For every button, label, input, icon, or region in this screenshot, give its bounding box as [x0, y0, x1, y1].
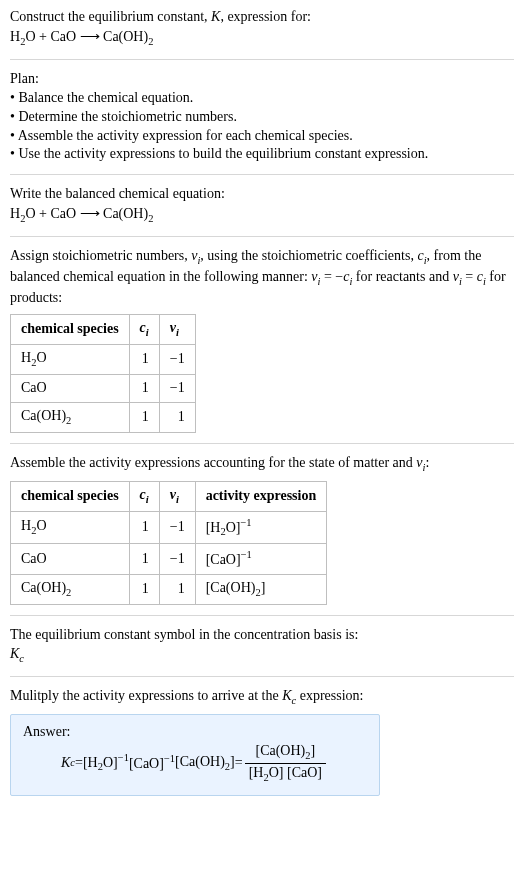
- equation-product-sub: 2: [148, 36, 153, 47]
- nui-cell: 1: [159, 574, 195, 604]
- t: [Ca(OH): [175, 754, 225, 769]
- cell-text: H: [21, 350, 31, 365]
- t-sup: −1: [164, 753, 175, 764]
- col-ci: ci: [129, 315, 159, 345]
- document-body: Construct the equilibrium constant, K, e…: [0, 0, 524, 804]
- cell-text: [CaO]: [206, 552, 241, 567]
- equation-reactant-rest: O + CaO: [25, 29, 79, 44]
- i-subscript: i: [176, 327, 179, 338]
- nui-cell: −1: [159, 344, 195, 374]
- multiply-text-1: Mulitply the activity expressions to arr…: [10, 688, 282, 703]
- activity-cell: [H2O]−1: [195, 511, 327, 544]
- multiply-block: Mulitply the activity expressions to arr…: [10, 687, 514, 796]
- plan-item-3: Assemble the activity expression for eac…: [15, 128, 353, 143]
- table-row: CaO 1 −1: [11, 374, 196, 402]
- divider: [10, 236, 514, 237]
- Kc-symbol: K: [10, 646, 19, 661]
- col-nui: νi: [159, 481, 195, 511]
- cell-text: Ca(OH): [21, 580, 66, 595]
- ci-cell: 1: [129, 344, 159, 374]
- t: [H: [83, 755, 98, 770]
- nui-cell: 1: [159, 402, 195, 432]
- t: [Ca(OH): [255, 743, 305, 758]
- divider: [10, 174, 514, 175]
- cell-text: Ca(OH): [21, 408, 66, 423]
- col-activity: activity expression: [195, 481, 327, 511]
- prompt-text-1: Construct the equilibrium constant,: [10, 9, 211, 24]
- cell-text: O: [36, 350, 46, 365]
- cell-text: H: [21, 518, 31, 533]
- cell-sup: −1: [241, 549, 252, 560]
- nui-cell: −1: [159, 544, 195, 575]
- Kc-symbol: K: [61, 754, 70, 773]
- cell-text: O]: [226, 519, 241, 534]
- answer-box: Answer: Kc = [H2O]−1 [CaO]−1 [Ca(OH)2] =…: [10, 714, 380, 796]
- cell-sub: 2: [66, 415, 71, 426]
- table-header-row: chemical species ci νi activity expressi…: [11, 481, 327, 511]
- assign-eq-neg: = −: [320, 269, 343, 284]
- col-nui: νi: [159, 315, 195, 345]
- prompt-block: Construct the equilibrium constant, K, e…: [10, 8, 514, 49]
- i-subscript: i: [146, 327, 149, 338]
- answer-equation: Kc = [H2O]−1 [CaO]−1 [Ca(OH)2] = [Ca(OH)…: [23, 742, 367, 785]
- assign-text-4: for reactants and: [352, 269, 452, 284]
- assemble-text: Assemble the activity expressions accoun…: [10, 455, 416, 470]
- t: [H: [249, 765, 264, 780]
- divider: [10, 615, 514, 616]
- balanced-equation-block: Write the balanced chemical equation: H2…: [10, 185, 514, 226]
- assign-text-2: , using the stoichiometric coefficients,: [200, 248, 417, 263]
- nui-cell: −1: [159, 374, 195, 402]
- plan-heading: Plan:: [10, 71, 39, 86]
- activity-table: chemical species ci νi activity expressi…: [10, 481, 327, 605]
- K-symbol: K: [211, 9, 220, 24]
- fraction-numerator: [Ca(OH)2]: [245, 742, 326, 763]
- rightarrow-icon: ⟶: [80, 205, 100, 221]
- fraction: [Ca(OH)2] [H2O] [CaO]: [245, 742, 326, 785]
- divider: [10, 443, 514, 444]
- ci-cell: 1: [129, 544, 159, 575]
- activity-cell: [Ca(OH)2]: [195, 574, 327, 604]
- symbol-block: The equilibrium constant symbol in the c…: [10, 626, 514, 666]
- cell-sub: 2: [66, 587, 71, 598]
- answer-label: Answer:: [23, 723, 367, 742]
- term-h2o: [H2O]−1: [83, 751, 129, 775]
- term-caoh2: [Ca(OH)2]: [175, 753, 235, 774]
- balanced-lhs-rest: O + CaO: [25, 206, 79, 221]
- balanced-heading: Write the balanced chemical equation:: [10, 186, 225, 201]
- plan-item-2: Determine the stoichiometric numbers.: [15, 109, 237, 124]
- table-header-row: chemical species ci νi: [11, 315, 196, 345]
- species-cell: CaO: [11, 544, 130, 575]
- t: ]: [310, 743, 315, 758]
- t: [CaO]: [129, 756, 164, 771]
- table-row: CaO 1 −1 [CaO]−1: [11, 544, 327, 575]
- divider: [10, 676, 514, 677]
- t: O] [CaO]: [269, 765, 322, 780]
- Kc-symbol: K: [282, 688, 291, 703]
- table-row: H2O 1 −1: [11, 344, 196, 374]
- cell-text: [H: [206, 519, 221, 534]
- divider: [10, 59, 514, 60]
- species-cell: Ca(OH)2: [11, 402, 130, 432]
- assign-eq-pos: =: [462, 269, 477, 284]
- col-species: chemical species: [11, 481, 130, 511]
- symbol-text: The equilibrium constant symbol in the c…: [10, 627, 358, 642]
- balanced-rhs: Ca(OH): [100, 206, 149, 221]
- cell-text: ]: [261, 580, 266, 595]
- t-sup: −1: [118, 752, 129, 763]
- assemble-block: Assemble the activity expressions accoun…: [10, 454, 514, 605]
- table-row: H2O 1 −1 [H2O]−1: [11, 511, 327, 544]
- ci-cell: 1: [129, 511, 159, 544]
- balanced-lhs-h: H: [10, 206, 20, 221]
- term-cao: [CaO]−1: [129, 752, 175, 774]
- ci-cell: 1: [129, 374, 159, 402]
- cell-sup: −1: [240, 517, 251, 528]
- equation-reactant-h: H: [10, 29, 20, 44]
- colon: :: [425, 455, 429, 470]
- plan-block: Plan: • Balance the chemical equation. •…: [10, 70, 514, 164]
- fraction-denominator: [H2O] [CaO]: [245, 763, 326, 785]
- balanced-rhs-sub: 2: [148, 213, 153, 224]
- species-cell: CaO: [11, 374, 130, 402]
- cell-text: O: [36, 518, 46, 533]
- table-row: Ca(OH)2 1 1 [Ca(OH)2]: [11, 574, 327, 604]
- equation-product: Ca(OH): [100, 29, 149, 44]
